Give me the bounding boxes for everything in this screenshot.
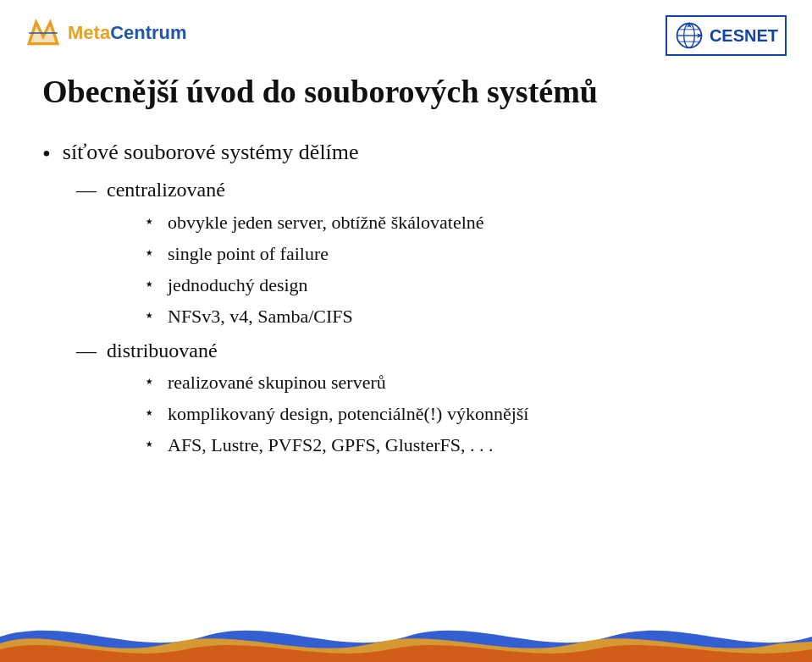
- metacentrum-logo: MetaCentrum: [25, 15, 187, 51]
- main-bullet-text-sitove: síťové souborové systémy dělíme: [63, 137, 359, 168]
- metacentrum-logo-text: MetaCentrum: [68, 22, 187, 44]
- dash-text-distribuovane: distribuované: [107, 337, 218, 366]
- cesnet-globe-icon: [674, 20, 704, 51]
- star-icon-3: ⋆: [144, 271, 159, 296]
- star-item-4: ⋆ NFSv3, v4, Samba/CIFS: [144, 302, 770, 330]
- star-text-2: single point of failure: [168, 240, 329, 268]
- bullet-dot-icon: •: [42, 139, 51, 169]
- star-icon-5: ⋆: [144, 368, 159, 394]
- star-icon-2: ⋆: [144, 240, 159, 265]
- sub-section-centralizovane: — centralizované ⋆ obvykle jeden server,…: [76, 176, 770, 330]
- star-item-7: ⋆ AFS, Lustre, PVFS2, GPFS, GlusterFS, .…: [144, 431, 770, 459]
- star-text-7: AFS, Lustre, PVFS2, GPFS, GlusterFS, . .…: [168, 431, 493, 459]
- main-bullet-sitove: • síťové souborové systémy dělíme: [42, 137, 770, 169]
- centrum-text: Centrum: [110, 22, 186, 43]
- star-section-centralizovane: ⋆ obvykle jeden server, obtížně škálovat…: [144, 208, 770, 330]
- star-icon-1: ⋆: [144, 208, 159, 234]
- star-text-6: komplikovaný design, potenciálně(!) výko…: [168, 400, 528, 428]
- star-text-1: obvykle jeden server, obtížně škálovatel…: [168, 208, 484, 236]
- star-item-1: ⋆ obvykle jeden server, obtížně škálovat…: [144, 208, 770, 236]
- dash-icon-distribuovane: —: [76, 337, 97, 366]
- dash-icon-centralizovane: —: [76, 176, 97, 205]
- meta-text: Meta: [68, 22, 110, 43]
- wave-svg: [0, 611, 812, 662]
- metacentrum-icon: [25, 15, 61, 51]
- dash-text-centralizovane: centralizované: [107, 176, 225, 205]
- star-text-5: realizované skupinou serverů: [168, 368, 386, 396]
- star-icon-4: ⋆: [144, 302, 159, 328]
- cesnet-logo: CESNET: [666, 15, 787, 56]
- star-item-6: ⋆ komplikovaný design, potenciálně(!) vý…: [144, 400, 770, 428]
- bullet-section-sitove: • síťové souborové systémy dělíme — cent…: [42, 137, 770, 460]
- star-text-4: NFSv3, v4, Samba/CIFS: [168, 302, 353, 330]
- cesnet-logo-text: CESNET: [710, 26, 778, 46]
- wave-decoration: [0, 611, 812, 662]
- star-text-3: jednoduchý design: [168, 271, 308, 299]
- page-title: Obecnější úvod do souborových systémů: [42, 73, 770, 112]
- sub-section-distribuovane: — distribuované ⋆ realizované skupinou s…: [76, 337, 770, 460]
- main-content: Obecnější úvod do souborových systémů • …: [0, 64, 812, 459]
- star-section-distribuovane: ⋆ realizované skupinou serverů ⋆ komplik…: [144, 368, 770, 459]
- header: MetaCentrum CESNET: [0, 0, 812, 64]
- star-item-2: ⋆ single point of failure: [144, 240, 770, 268]
- dash-item-centralizovane: — centralizované: [76, 176, 770, 205]
- star-icon-6: ⋆: [144, 400, 159, 425]
- star-item-5: ⋆ realizované skupinou serverů: [144, 368, 770, 396]
- star-item-3: ⋆ jednoduchý design: [144, 271, 770, 299]
- dash-item-distribuovane: — distribuované: [76, 337, 770, 366]
- star-icon-7: ⋆: [144, 431, 159, 456]
